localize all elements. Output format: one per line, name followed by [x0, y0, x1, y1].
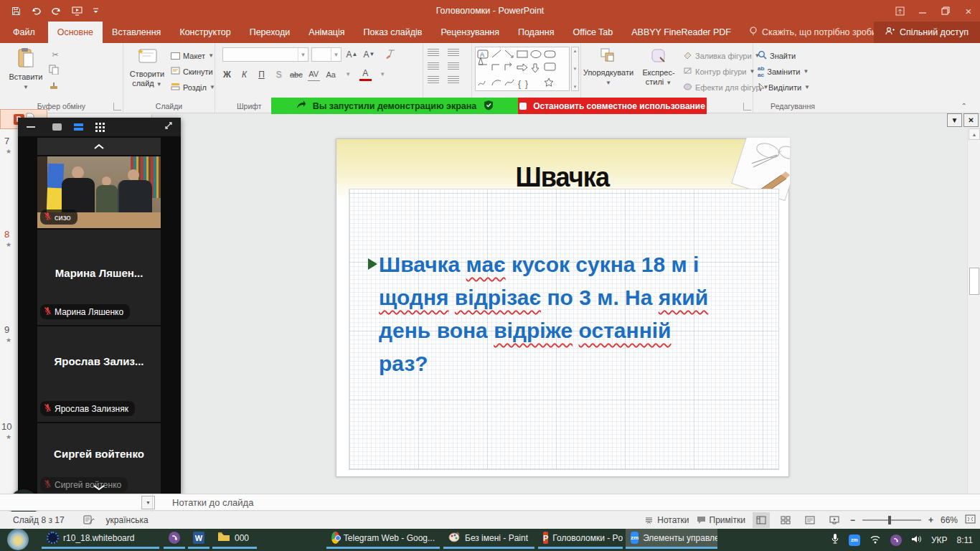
- section-button[interactable]: Розділ▼: [171, 80, 215, 95]
- thumbnail-number-7[interactable]: 7: [4, 136, 9, 146]
- thumbnail-number-9[interactable]: 9: [4, 324, 9, 335]
- zoom-in-button[interactable]: +: [928, 515, 933, 525]
- font-color-dd[interactable]: ▼: [377, 67, 389, 81]
- slide-canvas[interactable]: Швачка Швачка має кусок сукна 18 м і щод…: [336, 138, 789, 477]
- quick-styles-button[interactable]: Експрес-стилі ▼: [637, 43, 680, 99]
- share-toolbar-close-icon[interactable]: ✕: [963, 113, 979, 127]
- customize-qat-icon[interactable]: [93, 8, 99, 14]
- restore-icon[interactable]: [934, 0, 957, 22]
- shapes-gallery[interactable]: A {}: [475, 47, 570, 91]
- reading-view-button[interactable]: [801, 512, 819, 528]
- stop-sharing-button[interactable]: Остановить совместное использование: [518, 98, 707, 114]
- select-button[interactable]: Виділити▼: [758, 80, 810, 95]
- participant-video[interactable]: сизо: [37, 156, 161, 228]
- zoom-minimize-icon[interactable]: [27, 126, 35, 128]
- zoom-tray-icon[interactable]: zm: [849, 534, 860, 546]
- undo-icon[interactable]: [31, 6, 42, 15]
- comments-toggle[interactable]: Примітки: [697, 515, 745, 525]
- strip-view-icon[interactable]: [74, 123, 83, 131]
- share-toolbar-dropdown-icon[interactable]: ▼: [947, 113, 962, 127]
- paste-button[interactable]: Вставити ▼: [7, 43, 44, 99]
- language-indicator[interactable]: українська: [106, 515, 149, 525]
- slide-body-text[interactable]: Швачка має кусок сукна 18 м і щодня відр…: [379, 248, 777, 380]
- reset-button[interactable]: Скинути: [171, 64, 213, 79]
- taskbar-item-zoom[interactable]: zm Элементы управлен...: [626, 529, 717, 549]
- spellcheck-icon[interactable]: [83, 514, 95, 527]
- slide-counter[interactable]: Слайд 8 з 17: [13, 515, 65, 525]
- text-shadow-button[interactable]: S: [273, 67, 285, 81]
- arrange-button[interactable]: Упорядкувати ▼: [581, 43, 636, 99]
- normal-view-button[interactable]: [753, 512, 770, 528]
- gallery-view-icon[interactable]: [95, 123, 105, 132]
- tab-slideshow[interactable]: Показ слайдів: [354, 22, 432, 43]
- change-case-button[interactable]: Aa: [325, 67, 337, 81]
- taskbar-item-folder-000[interactable]: 000: [212, 529, 257, 549]
- tab-view[interactable]: Подання: [509, 22, 563, 43]
- new-slide-button[interactable]: Створитислайд ▼: [126, 43, 168, 99]
- thumbnail-number-8-current[interactable]: 8: [4, 229, 9, 240]
- font-name-combo[interactable]: ▼: [222, 47, 308, 62]
- clock[interactable]: 8:11: [957, 535, 973, 545]
- taskbar-item-word[interactable]: W: [188, 529, 209, 549]
- bullets-icon[interactable]: [428, 49, 439, 56]
- tab-office-tab[interactable]: Office Tab: [563, 22, 622, 43]
- tab-transitions[interactable]: Переходи: [240, 22, 300, 43]
- scroll-up-icon[interactable]: ▲: [969, 128, 980, 140]
- tab-animations[interactable]: Анімація: [299, 22, 354, 43]
- expand-strip-chevron[interactable]: [93, 481, 105, 494]
- participant-tile[interactable]: Сиргей войтенко Сиргей войтенко: [37, 423, 161, 495]
- tell-me-box[interactable]: Скажіть, що потрібно зробити: [740, 22, 895, 43]
- save-icon[interactable]: [11, 6, 21, 16]
- shape-fill-button[interactable]: Заливка фігури▼: [683, 48, 760, 63]
- fit-to-window-icon[interactable]: [965, 514, 976, 526]
- line-spacing-icon[interactable]: [448, 62, 459, 70]
- scrollbar-thumb[interactable]: [969, 268, 979, 295]
- shape-outline-button[interactable]: Контур фігури▼: [683, 64, 755, 79]
- thumbnail-scroll-down-icon[interactable]: ▼: [141, 496, 155, 509]
- start-slideshow-icon[interactable]: [72, 6, 83, 16]
- clipboard-dialog-launcher[interactable]: [113, 103, 121, 110]
- zoom-slider[interactable]: [862, 515, 921, 525]
- format-painter-button[interactable]: [49, 80, 59, 92]
- grow-font-button[interactable]: A▲: [346, 47, 358, 61]
- font-size-combo[interactable]: ▼: [311, 47, 341, 62]
- collapse-ribbon-icon[interactable]: ⌃: [961, 102, 967, 110]
- replace-button[interactable]: abacЗамінити▼: [758, 64, 809, 79]
- taskbar-item-paint[interactable]: Без імені - Paint: [443, 529, 534, 549]
- tab-home[interactable]: Основне: [48, 22, 103, 43]
- participant-tile[interactable]: Марина Ляшен... Марина Ляшенко: [37, 230, 161, 325]
- taskbar-item-telegram-chrome[interactable]: Telegram Web - Goog...: [326, 529, 440, 549]
- expand-icon[interactable]: [164, 121, 174, 133]
- layout-button[interactable]: Макет▼: [171, 48, 214, 63]
- find-button[interactable]: Знайти: [758, 48, 796, 63]
- indent-icon[interactable]: [448, 49, 459, 56]
- taskbar-item-viber[interactable]: [164, 529, 185, 549]
- notes-placeholder[interactable]: Нотатки до слайда: [172, 497, 253, 508]
- volume-tray-icon[interactable]: [911, 534, 922, 546]
- tab-design[interactable]: Конструктор: [170, 22, 240, 43]
- taskbar-item-powerpoint[interactable]: P Головоломки - Pow...: [538, 529, 623, 549]
- redo-icon[interactable]: [52, 6, 62, 15]
- italic-button[interactable]: К: [238, 67, 250, 81]
- drawing-dialog-launcher[interactable]: [743, 103, 751, 110]
- taskbar-item-whiteboard[interactable]: r10_18.whiteboard: [42, 529, 159, 549]
- network-tray-icon[interactable]: [870, 534, 881, 546]
- spacing-dd[interactable]: ▼: [342, 67, 354, 81]
- tab-insert[interactable]: Вставлення: [103, 22, 170, 43]
- language-tray-indicator[interactable]: УКР: [931, 535, 948, 545]
- start-button[interactable]: [7, 529, 29, 550]
- zoom-level[interactable]: 66%: [941, 515, 958, 525]
- cut-button[interactable]: ✂: [49, 49, 62, 60]
- font-color-button[interactable]: A: [359, 67, 372, 81]
- align-left-icon[interactable]: [428, 76, 439, 83]
- vertical-scrollbar[interactable]: ▲: [967, 128, 980, 494]
- shapes-scrollbar[interactable]: ▲▼▼: [571, 47, 579, 91]
- strikethrough-button[interactable]: abc: [290, 67, 303, 81]
- slideshow-view-button[interactable]: [826, 512, 843, 528]
- speaker-view-icon[interactable]: [52, 123, 62, 131]
- copy-button[interactable]: [49, 65, 59, 76]
- thumbnail-number-10[interactable]: 10: [1, 421, 11, 432]
- microphone-tray-icon[interactable]: [831, 533, 839, 547]
- zoom-out-button[interactable]: −: [850, 515, 855, 525]
- shrink-font-button[interactable]: A▼: [363, 47, 375, 61]
